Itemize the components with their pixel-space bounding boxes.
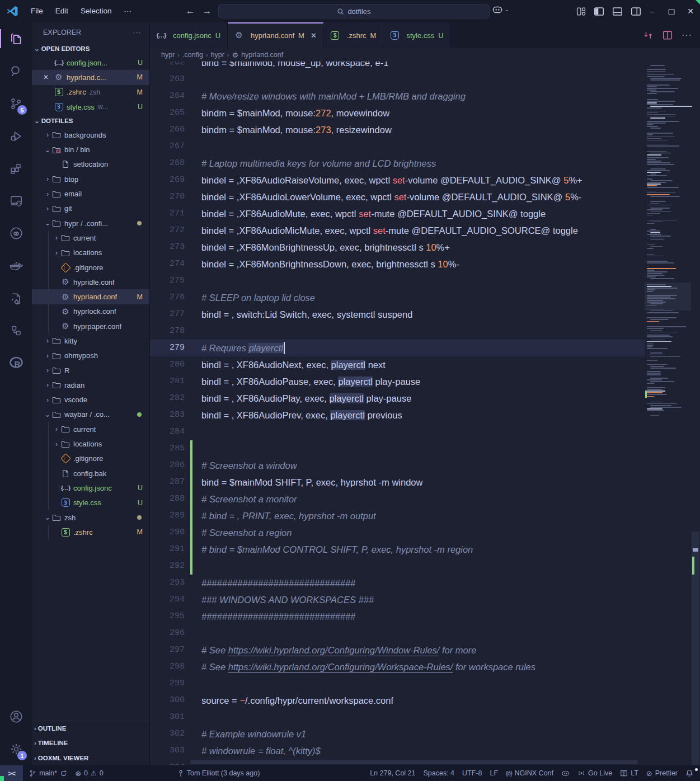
toggle-secondary-sidebar-icon[interactable] bbox=[631, 6, 641, 17]
close-button[interactable]: ✕ bbox=[681, 0, 700, 22]
activity-accounts-icon[interactable] bbox=[0, 700, 32, 733]
language-mode-status[interactable]: {ó} NGINX Conf bbox=[502, 765, 557, 781]
chevron-icon[interactable]: › bbox=[52, 234, 61, 242]
git-branch-status[interactable]: main* bbox=[25, 765, 71, 781]
open-editor-config-json-[interactable]: {…}config.json...U bbox=[32, 55, 149, 70]
code-line-291[interactable]: 291# bind = $mainMod CONTROL SHIFT, P, e… bbox=[150, 541, 645, 558]
code-line-290[interactable]: 290# Screenshot a region bbox=[150, 524, 645, 541]
code-line-271[interactable]: 271bindel = ,XF86AudioMute, exec, wpctl … bbox=[150, 205, 645, 222]
tree-item-locations[interactable]: ›locations bbox=[32, 436, 149, 451]
code-line-269[interactable]: 269bindel = ,XF86AudioRaiseVolume, exec,… bbox=[150, 172, 645, 189]
section-outline[interactable]: ›OUTLINE bbox=[32, 721, 149, 736]
code-line-285[interactable]: 285 bbox=[150, 440, 645, 457]
tree-item-btop[interactable]: ›btop bbox=[32, 172, 149, 186]
chevron-icon[interactable]: › bbox=[52, 425, 61, 433]
menu-more[interactable]: ··· bbox=[118, 0, 138, 22]
code-line-278[interactable]: 278 bbox=[150, 323, 645, 340]
tree-item-email[interactable]: ›email bbox=[32, 186, 149, 201]
chevron-icon[interactable]: › bbox=[52, 440, 61, 448]
tree-item-current[interactable]: ›current bbox=[32, 230, 149, 245]
code-line-264[interactable]: 264# Move/resize windows with mainMod + … bbox=[150, 88, 645, 105]
code-line-300[interactable]: 300source = ~/.config/hypr/current/works… bbox=[150, 692, 645, 709]
eol-status[interactable]: LF bbox=[486, 765, 502, 781]
activity-search-icon[interactable] bbox=[0, 55, 32, 87]
maximize-button[interactable]: ▢ bbox=[662, 0, 681, 22]
chevron-icon[interactable]: › bbox=[43, 352, 52, 360]
breadcrumb-part[interactable]: hypr bbox=[161, 51, 175, 59]
code-line-303[interactable]: 303# windowrule = float, ^(kitty)$ bbox=[150, 742, 645, 759]
tab-style-css[interactable]: Ɜstyle.cssU bbox=[383, 22, 450, 48]
breadcrumb-part[interactable]: .config bbox=[182, 51, 203, 59]
chevron-icon[interactable]: ⌄ bbox=[43, 146, 52, 154]
tab-config-jsonc[interactable]: {…}config.jsoncU bbox=[150, 22, 228, 48]
breadcrumb-part[interactable]: hypr bbox=[211, 51, 224, 59]
open-editors-header[interactable]: ⌄ OPEN EDITORS bbox=[32, 42, 149, 55]
breadcrumb-file[interactable]: hyprland.conf bbox=[241, 51, 283, 59]
activity-file-gear-icon[interactable] bbox=[0, 282, 32, 314]
toggle-sidebar-icon[interactable] bbox=[594, 6, 604, 17]
vertical-scrollbar[interactable] bbox=[691, 62, 700, 765]
code-line-283[interactable]: 283bindl = , XF86AudioPrev, exec, player… bbox=[150, 407, 645, 424]
notifications-bell[interactable] bbox=[682, 765, 700, 781]
tree-item-git[interactable]: ›git bbox=[32, 201, 149, 216]
code-line-273[interactable]: 273bindel = ,XF86MonBrightnessUp, exec, … bbox=[150, 239, 645, 256]
tree-item-hypridle-conf[interactable]: ⚙hypridle.conf bbox=[32, 275, 149, 289]
tab--zshrc[interactable]: $.zshrcM bbox=[324, 22, 384, 48]
tree-item-backgrounds[interactable]: ›backgrounds bbox=[32, 128, 149, 142]
code-line-281[interactable]: 281bindl = , XF86AudioPause, exec, playe… bbox=[150, 373, 645, 390]
menu-selection[interactable]: Selection bbox=[74, 0, 118, 22]
code-line-276[interactable]: 276# SLEEP on laptop lid close bbox=[150, 289, 645, 306]
breadcrumb[interactable]: hypr›.config›hypr›⚙hyprland.conf bbox=[150, 48, 700, 62]
activity-r-lang-icon[interactable]: R bbox=[0, 347, 32, 379]
activity-settings-icon[interactable]: 1 bbox=[0, 733, 32, 765]
code-line-289[interactable]: 289# bind = , PRINT, exec, hyprshot -m o… bbox=[150, 507, 645, 524]
chevron-icon[interactable]: › bbox=[43, 366, 52, 374]
open-editor-style-css[interactable]: Ɜstyle.cssw...U bbox=[32, 100, 149, 114]
minimize-button[interactable]: – bbox=[643, 0, 662, 22]
code-line-301[interactable]: 301 bbox=[150, 709, 645, 726]
tree-item-ohmyposh[interactable]: ›ohmyposh bbox=[32, 349, 149, 363]
tree-item-hypr-confi-[interactable]: ⌄hypr / .confi... bbox=[32, 216, 149, 230]
code-line-284[interactable]: 284 bbox=[150, 424, 645, 440]
github-status[interactable] bbox=[557, 765, 574, 781]
tree-item--gitignore[interactable]: .gitignore bbox=[32, 451, 149, 466]
tree-item-hyprlock-conf[interactable]: ⚙hyprlock.conf bbox=[32, 304, 149, 319]
section-ooxml-viewer[interactable]: ›OOXML VIEWER bbox=[32, 751, 149, 766]
languagetool-status[interactable]: LT bbox=[616, 765, 642, 781]
activity-symbols-icon[interactable] bbox=[0, 314, 32, 347]
indentation-status[interactable]: Spaces: 4 bbox=[419, 765, 458, 781]
code-line-292[interactable]: 292 bbox=[150, 558, 645, 575]
open-changes-icon[interactable] bbox=[643, 30, 654, 40]
code-line-262[interactable]: 262bind = $mainMod, mouse_up, workspace,… bbox=[150, 62, 645, 71]
minimap[interactable] bbox=[645, 62, 691, 765]
chevron-icon[interactable]: › bbox=[43, 396, 52, 404]
code-line-272[interactable]: 272bindel = ,XF86AudioMicMute, exec, wpc… bbox=[150, 222, 645, 239]
tree-item-current[interactable]: ›current bbox=[32, 422, 149, 436]
code-line-274[interactable]: 274bindel = ,XF86MonBrightnessDown, exec… bbox=[150, 256, 645, 272]
explorer-actions-icon[interactable]: ··· bbox=[133, 29, 142, 36]
section-timeline[interactable]: ›TIMELINE bbox=[32, 736, 149, 751]
dotfiles-header[interactable]: ⌄ DOTFILES bbox=[32, 114, 149, 128]
split-editor-icon[interactable] bbox=[663, 30, 673, 40]
tree-item-config-jsonc[interactable]: {…}config.jsoncU bbox=[32, 481, 149, 495]
activity-explorer-icon[interactable] bbox=[0, 22, 32, 55]
code-editor[interactable]: 262bind = $mainMod, mouse_up, workspace,… bbox=[150, 62, 700, 765]
tab-hyprland-conf[interactable]: ⚙hyprland.confM✕ bbox=[228, 22, 324, 48]
code-line-298[interactable]: 298# See https://wiki.hyprland.org/Confi… bbox=[150, 658, 645, 675]
code-line-279[interactable]: 279# Requires playerctl bbox=[150, 340, 645, 356]
prettier-status[interactable]: ⊘ Prettier bbox=[642, 765, 682, 781]
chevron-icon[interactable]: › bbox=[43, 175, 52, 183]
back-arrow-icon[interactable]: ← bbox=[182, 3, 199, 20]
customize-layout-icon[interactable] bbox=[576, 7, 586, 16]
code-line-293[interactable]: 293############################## bbox=[150, 575, 645, 591]
code-line-295[interactable]: 295############################## bbox=[150, 608, 645, 625]
code-line-280[interactable]: 280bindl = , XF86AudioNext, exec, player… bbox=[150, 356, 645, 373]
tree-item-r[interactable]: ›R bbox=[32, 363, 149, 378]
menu-edit[interactable]: Edit bbox=[49, 0, 74, 22]
code-line-287[interactable]: 287bind = $mainMod SHIFT, P, exec, hyprs… bbox=[150, 474, 645, 491]
activity-remote-explorer-icon[interactable] bbox=[0, 185, 32, 217]
activity-extensions-icon[interactable] bbox=[0, 152, 32, 185]
code-line-296[interactable]: 296 bbox=[150, 625, 645, 642]
search-input[interactable]: dotfiles bbox=[218, 4, 490, 18]
activity-docker-icon[interactable] bbox=[0, 250, 32, 282]
